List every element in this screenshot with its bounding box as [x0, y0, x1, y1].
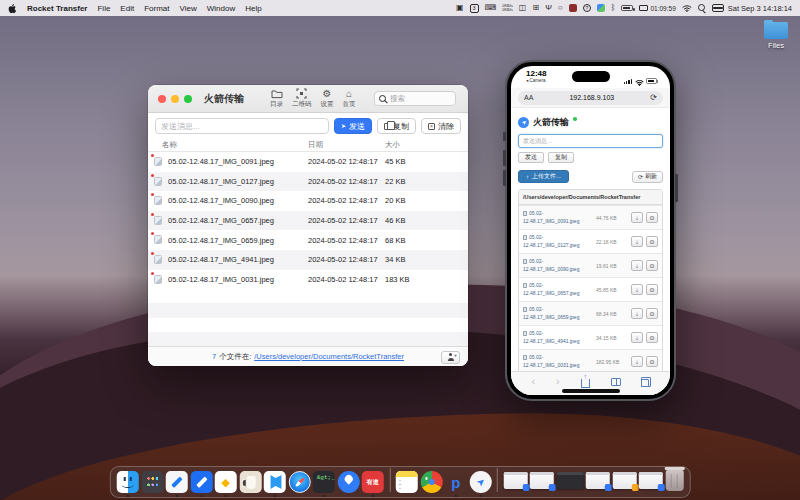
phone-send-button[interactable]: 发送	[518, 152, 544, 163]
dock-vscode-icon[interactable]	[264, 471, 286, 493]
connected-users-button[interactable]: +	[441, 351, 460, 364]
table-row[interactable]: 05.02-12.48.17_IMG_0090.jpeg 2024-05-02 …	[148, 191, 468, 211]
send-button[interactable]: ➤发送	[334, 118, 372, 134]
table-row[interactable]: 05.02-12.48.17_IMG_0091.jpeg 2024-05-02 …	[148, 152, 468, 172]
phone-message-input[interactable]	[518, 134, 663, 148]
dock-chrome-icon[interactable]	[420, 471, 442, 493]
dock-notes-icon[interactable]	[396, 471, 418, 493]
menu-edit[interactable]: Edit	[120, 4, 134, 13]
folder-path-link[interactable]: /Users/developer/Documents/RocketTransfe…	[254, 352, 404, 361]
minimized-window-thumbnail[interactable]	[639, 472, 663, 489]
displays-icon[interactable]: ◫	[519, 4, 527, 12]
menubar-app-name[interactable]: Rocket Transfer	[27, 4, 87, 13]
view-button[interactable]: ⊙	[646, 236, 658, 247]
usb-icon[interactable]: Ψ	[545, 4, 552, 12]
clear-button[interactable]: ×清除	[421, 118, 461, 134]
menu-window[interactable]: Window	[207, 4, 235, 13]
dock-pd-app-icon[interactable]: p	[445, 471, 467, 493]
menu-format[interactable]: Format	[144, 4, 169, 13]
toolbar-directory-button[interactable]: 目录	[270, 88, 283, 109]
dock-safari-icon[interactable]	[288, 471, 310, 493]
minimized-window-thumbnail[interactable]	[586, 472, 610, 489]
upload-file-button[interactable]: ↑上传文件...	[518, 170, 569, 183]
dock-trash-icon[interactable]	[665, 470, 683, 491]
table-row[interactable]: 05.02-12.48.17_IMG_0031.jpeg 2024-05-02 …	[148, 270, 468, 290]
bluetooth-icon[interactable]: ᛒ	[611, 4, 616, 12]
network-speed-indicator[interactable]: 0KB/s 0KB/s	[502, 4, 513, 13]
phone-copy-button[interactable]: 复制	[548, 152, 574, 163]
message-input[interactable]	[155, 118, 329, 134]
header-name[interactable]: 名称	[148, 140, 308, 150]
view-button[interactable]: ⊙	[646, 356, 658, 367]
wifi-icon[interactable]	[682, 4, 692, 13]
calendar-icon[interactable]: 3	[470, 4, 479, 13]
menubar-clock[interactable]: Sat Sep 3 14:18:14	[728, 4, 792, 13]
battery-icon[interactable]	[621, 5, 633, 11]
copy-button[interactable]: 复制	[377, 118, 416, 134]
table-row[interactable]: 05.02-12.48.17_IMG_0657.jpeg 2024-05-02 …	[148, 211, 468, 231]
table-row[interactable]: 05.02-12.48.17_IMG_4941.jpeg 2024-05-02 …	[148, 250, 468, 270]
download-button[interactable]: ↓	[631, 212, 643, 223]
zoom-button[interactable]	[184, 95, 192, 103]
download-button[interactable]: ↓	[631, 332, 643, 343]
dock-finder-icon[interactable]	[117, 471, 139, 493]
spotlight-search-icon[interactable]	[698, 4, 706, 12]
dock-pitcher-app-icon[interactable]	[239, 471, 261, 493]
download-button[interactable]: ↓	[631, 236, 643, 247]
dock-pin-app-icon[interactable]	[337, 471, 359, 493]
header-date[interactable]: 日期	[308, 140, 385, 150]
view-button[interactable]: ⊙	[646, 260, 658, 271]
screen-timer[interactable]: 01:09:59	[639, 5, 675, 12]
view-button[interactable]: ⊙	[646, 212, 658, 223]
view-button[interactable]: ⊙	[646, 332, 658, 343]
back-to-app-indicator[interactable]: Camera	[526, 79, 546, 84]
reload-icon[interactable]: ⟳	[650, 94, 657, 102]
keyboard-icon[interactable]: ⌨	[485, 4, 497, 12]
menu-view[interactable]: View	[180, 4, 197, 13]
dock-sketch-icon[interactable]: ◆	[215, 471, 237, 493]
dock-youdao-icon[interactable]: 有道	[362, 471, 384, 493]
toolbar-home-button[interactable]: ⌂ 首页	[343, 88, 356, 109]
minimized-window-thumbnail[interactable]	[556, 472, 583, 489]
window-grid-icon[interactable]: ⊞	[532, 4, 539, 12]
download-button[interactable]: ↓	[631, 284, 643, 295]
menu-help[interactable]: Help	[245, 4, 261, 13]
search-input[interactable]	[390, 94, 450, 103]
minimized-window-thumbnail[interactable]	[530, 472, 554, 489]
dock-launchpad-icon[interactable]	[141, 471, 163, 493]
minimized-window-thumbnail[interactable]	[503, 472, 527, 489]
reader-aa-button[interactable]: AA	[524, 94, 533, 101]
view-button[interactable]: ⊙	[646, 308, 658, 319]
tabs-icon[interactable]	[641, 379, 649, 387]
table-row[interactable]: 05.02-12.48.17_IMG_0659.jpeg 2024-05-02 …	[148, 230, 468, 250]
screen-mirroring-icon[interactable]: ▣	[456, 4, 464, 12]
bookmarks-icon[interactable]	[611, 378, 621, 386]
close-button[interactable]	[158, 95, 166, 103]
toolbar-qrcode-button[interactable]: 二维码	[292, 88, 312, 109]
menu-file[interactable]: File	[97, 4, 110, 13]
toolbar-search-field[interactable]	[374, 91, 456, 106]
minimized-window-thumbnail[interactable]	[612, 472, 636, 489]
dock-terminal-icon[interactable]: &gt;_	[313, 471, 335, 493]
home-indicator[interactable]	[562, 389, 620, 393]
dock-xcode-beta-icon[interactable]	[190, 471, 212, 493]
minimize-button[interactable]	[171, 95, 179, 103]
apple-menu-icon[interactable]	[8, 3, 17, 14]
address-field[interactable]: AA 192.168.9.103 ⟳	[518, 91, 663, 105]
refresh-button[interactable]: ⟳刷新	[632, 171, 663, 183]
dictionary-status-icon[interactable]	[569, 4, 577, 12]
help-icon[interactable]: ?	[583, 4, 591, 12]
forward-icon[interactable]: ›	[556, 376, 560, 387]
download-button[interactable]: ↓	[631, 356, 643, 367]
table-row[interactable]: 05.02-12.48.17_IMG_0127.jpeg 2024-05-02 …	[148, 172, 468, 192]
window-titlebar[interactable]: 火箭传输 目录 二维码 ⚙ 设置 ⌂ 首页	[148, 85, 468, 113]
download-button[interactable]: ↓	[631, 260, 643, 271]
view-button[interactable]: ⊙	[646, 284, 658, 295]
dock-xcode-icon[interactable]	[166, 471, 188, 493]
status-circle-icon[interactable]: ○	[558, 4, 563, 12]
control-center-icon[interactable]	[712, 4, 722, 12]
desktop-files-folder[interactable]: Files	[755, 22, 797, 50]
back-icon[interactable]: ‹	[531, 376, 535, 387]
dock-rocket-transfer-icon[interactable]: ➤	[469, 471, 491, 493]
app-status-icon[interactable]	[597, 4, 605, 12]
